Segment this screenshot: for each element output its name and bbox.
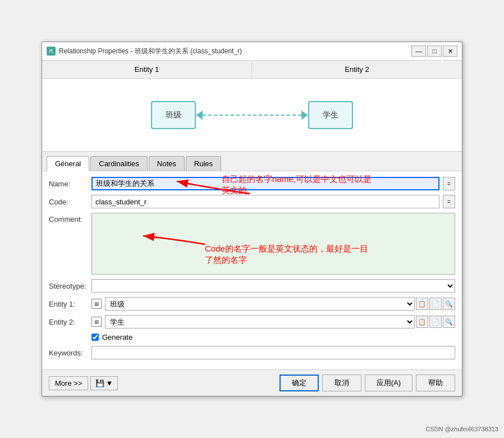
generate-row: Generate — [49, 333, 455, 341]
ok-button[interactable]: 确定 — [280, 375, 319, 391]
minimize-button[interactable]: — — [411, 45, 426, 57]
form-overlay-container: Name: = Code: = Comment: Stereotype: — [42, 171, 462, 369]
entity2-new-btn[interactable]: 📄 — [429, 316, 442, 328]
form-area: Name: = Code: = Comment: Stereotype: — [42, 171, 462, 369]
save-dropdown-icon: ▼ — [106, 379, 113, 387]
connector — [196, 110, 308, 121]
entity1-label: Entity 1: — [49, 300, 88, 308]
entity1-box: 班级 — [151, 101, 196, 129]
generate-checkbox[interactable] — [91, 334, 99, 341]
title-bar: R Relationship Properties - 班级和学生的关系 (cl… — [42, 42, 462, 61]
bottom-left: More >> 💾 ▼ — [49, 376, 118, 390]
cancel-button[interactable]: 取消 — [322, 375, 361, 391]
more-button[interactable]: More >> — [49, 376, 88, 390]
name-label: Name: — [49, 180, 88, 188]
tabs-container: General Cardinalities Notes Rules — [42, 152, 462, 171]
entity2-box: 学生 — [308, 101, 353, 129]
close-button[interactable]: ✕ — [443, 45, 457, 57]
code-label: Code: — [49, 198, 88, 206]
stereotype-label: Stereotype: — [49, 282, 88, 290]
entity-header: Entity 1 Entity 2 — [42, 61, 462, 79]
comment-textarea[interactable] — [91, 213, 455, 275]
entity1-header: Entity 1 — [42, 61, 252, 78]
help-button[interactable]: 帮助 — [416, 375, 455, 391]
window-icon: R — [47, 47, 56, 56]
keywords-label: Keywords: — [49, 349, 88, 357]
entity2-label: Entity 2: — [49, 318, 88, 326]
comment-row: Comment: — [49, 213, 455, 275]
apply-button[interactable]: 应用(A) — [365, 375, 413, 391]
entity2-props-btn[interactable]: 🔍 — [443, 316, 455, 328]
entity1-new-btn[interactable]: 📄 — [429, 298, 442, 310]
bottom-right: 确定 取消 应用(A) 帮助 — [280, 375, 455, 391]
tab-cardinalities[interactable]: Cardinalities — [90, 156, 148, 171]
code-row: Code: = — [49, 195, 455, 208]
keywords-input[interactable] — [91, 346, 455, 359]
tab-notes[interactable]: Notes — [149, 156, 185, 171]
arrow-head-right — [301, 111, 308, 120]
window-title: Relationship Properties - 班级和学生的关系 (clas… — [59, 47, 242, 56]
name-input[interactable] — [91, 177, 439, 190]
entity1-row: Entity 1: ▦ 班级 📋 📄 🔍 — [49, 297, 455, 311]
diagram-area: 班级 学生 — [42, 79, 462, 152]
code-input[interactable] — [91, 195, 439, 208]
entity2-select-wrapper: 学生 📋 📄 🔍 — [105, 315, 455, 328]
arrow-head-left — [196, 111, 203, 120]
entity1-browse-btn[interactable]: 📋 — [416, 298, 428, 310]
entity2-browse-btn[interactable]: 📋 — [416, 316, 428, 328]
entity2-row: Entity 2: ▦ 学生 📋 📄 🔍 — [49, 315, 455, 328]
maximize-button[interactable]: □ — [427, 45, 442, 57]
title-bar-left: R Relationship Properties - 班级和学生的关系 (cl… — [47, 47, 242, 56]
name-row: Name: = — [49, 177, 455, 190]
entity2-header: Entity 2 — [252, 61, 462, 78]
watermark: CSDN @zhufei463738313 — [425, 426, 498, 432]
stereotype-row: Stereotype: — [49, 279, 455, 293]
entity1-icon: ▦ — [91, 299, 102, 309]
name-btn[interactable]: = — [443, 177, 455, 190]
tab-general[interactable]: General — [47, 156, 89, 171]
comment-label: Comment: — [49, 213, 88, 223]
keywords-row: Keywords: — [49, 346, 455, 359]
title-bar-controls: — □ ✕ — [411, 45, 457, 57]
bottom-bar: More >> 💾 ▼ 确定 取消 应用(A) 帮助 — [42, 369, 462, 396]
save-icon: 💾 — [95, 379, 104, 387]
save-button[interactable]: 💾 ▼ — [90, 376, 118, 390]
entity1-select[interactable]: 班级 — [105, 297, 415, 311]
main-window: R Relationship Properties - 班级和学生的关系 (cl… — [42, 42, 462, 396]
entity2-select[interactable]: 学生 — [105, 315, 415, 328]
tabs: General Cardinalities Notes Rules — [47, 156, 457, 171]
entity1-props-btn[interactable]: 🔍 — [443, 298, 455, 310]
dashed-line — [203, 115, 301, 116]
generate-label[interactable]: Generate — [102, 333, 132, 341]
stereotype-select[interactable] — [91, 279, 455, 293]
code-btn[interactable]: = — [443, 195, 455, 208]
tab-rules[interactable]: Rules — [186, 156, 221, 171]
entity2-icon: ▦ — [91, 317, 102, 327]
entity1-select-wrapper: 班级 📋 📄 🔍 — [105, 297, 455, 311]
